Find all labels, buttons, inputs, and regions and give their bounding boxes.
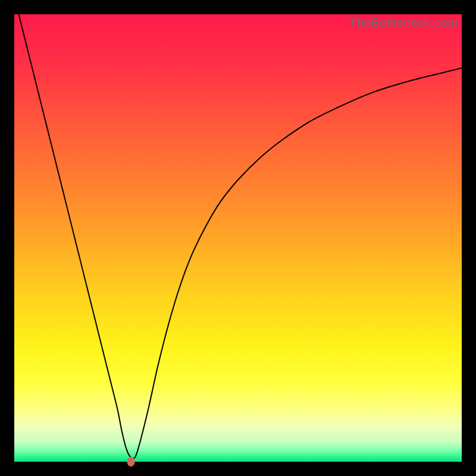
bottleneck-chart <box>14 14 462 462</box>
gradient-background <box>14 14 462 462</box>
watermark-text: TheBottleneck.com <box>349 15 458 30</box>
plot-frame: TheBottleneck.com <box>14 14 462 462</box>
optimal-point-marker <box>127 457 134 466</box>
